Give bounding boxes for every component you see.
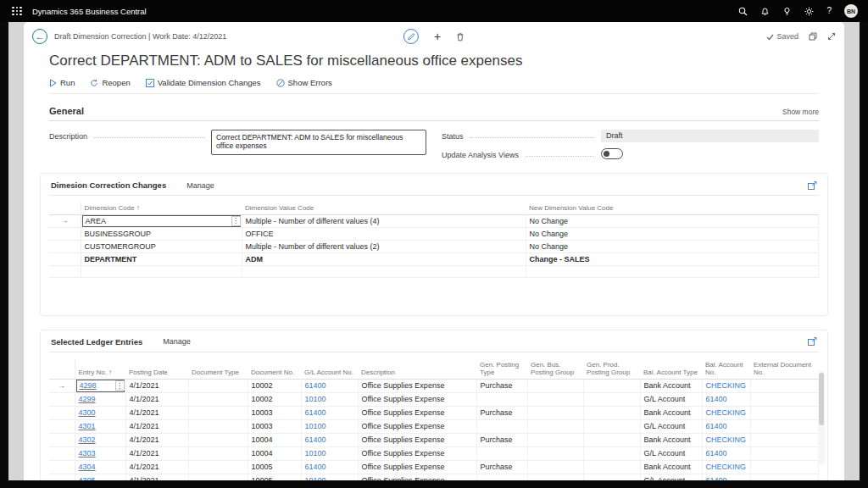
grid-cell[interactable]: DEPARTMENT [81, 252, 242, 265]
bal-account-no-link[interactable]: 61400 [706, 476, 727, 480]
grid-cell[interactable]: No Change [526, 240, 819, 252]
bal-account-no-link[interactable]: CHECKING [706, 408, 747, 417]
bal-account-type-cell[interactable]: Bank Account [644, 408, 691, 417]
grid-cell[interactable] [526, 265, 819, 277]
column-header[interactable]: Dimension Value Code [242, 202, 526, 214]
bal-account-no-link[interactable]: CHECKING [706, 463, 747, 471]
bal-account-type-cell[interactable]: G/L Account [644, 422, 686, 430]
description-cell[interactable]: Office Supplies Expense [362, 463, 445, 471]
grid-cell[interactable]: CHECKING [702, 379, 750, 392]
grid-cell[interactable] [527, 392, 583, 406]
entry-no-link[interactable]: 4298 [80, 380, 97, 392]
avatar[interactable]: BN [844, 4, 858, 18]
dimension-changes-manage-tab[interactable]: Manage [186, 181, 214, 190]
grid-cell[interactable] [476, 446, 527, 460]
grid-cell[interactable]: 61400 [301, 406, 358, 419]
grid-cell[interactable]: Bank Account [640, 406, 702, 419]
gl-account-no-link[interactable]: 10100 [305, 476, 326, 480]
general-section-title[interactable]: General [49, 106, 84, 116]
grid-cell[interactable]: ADM [242, 252, 526, 265]
breadcrumb[interactable]: Draft Dimension Correction | Work Date: … [54, 32, 226, 41]
grid-cell[interactable]: 4/1/2021 [125, 419, 188, 433]
gl-account-no-link[interactable]: 10100 [305, 395, 326, 403]
feedback-icon[interactable] [782, 7, 792, 16]
grid-cell[interactable]: 10005 [248, 474, 301, 480]
settings-icon[interactable] [804, 7, 814, 16]
grid-cell[interactable] [188, 446, 248, 460]
grid-cell[interactable]: Office Supplies Expense [358, 433, 476, 446]
search-icon[interactable] [738, 7, 748, 16]
grid-cell[interactable] [583, 419, 640, 433]
grid-cell[interactable] [188, 392, 248, 406]
grid-cell[interactable] [188, 474, 248, 480]
column-header[interactable]: Bal. Account Type [640, 359, 702, 380]
scrollbar-thumb[interactable] [819, 373, 824, 425]
posting-date-cell[interactable]: 4/1/2021 [130, 381, 159, 390]
column-header[interactable]: Entry No. ↑ [75, 359, 125, 380]
grid-cell[interactable]: 4304 [75, 460, 125, 474]
posting-date-cell[interactable]: 4/1/2021 [130, 422, 159, 430]
gl-account-no-link[interactable]: 61400 [305, 435, 326, 444]
grid-cell[interactable]: Office Supplies Expense [358, 419, 476, 433]
grid-cell[interactable] [527, 379, 583, 392]
grid-cell[interactable] [583, 379, 640, 392]
reopen-button[interactable]: Reopen [90, 78, 130, 87]
column-header[interactable]: Gen. Posting Type [476, 359, 527, 380]
grid-cell[interactable]: Bank Account [640, 460, 702, 474]
grid-cell[interactable]: CHECKING [702, 460, 750, 474]
show-errors-button[interactable]: Show Errors [276, 78, 332, 87]
grid-cell[interactable] [188, 379, 248, 392]
gen-posting-type-cell[interactable]: Purchase [481, 381, 513, 390]
gen-posting-type-cell[interactable]: Purchase [481, 435, 513, 444]
document-no-cell[interactable]: 10004 [252, 449, 273, 458]
grid-cell[interactable]: Office Supplies Expense [358, 460, 476, 474]
grid-cell[interactable] [527, 419, 583, 433]
posting-date-cell[interactable]: 4/1/2021 [130, 476, 159, 480]
grid-cell[interactable] [476, 474, 527, 480]
grid-cell[interactable] [750, 379, 819, 392]
grid-cell[interactable] [583, 433, 640, 446]
notifications-icon[interactable] [760, 7, 770, 16]
grid-cell[interactable]: Office Supplies Expense [358, 379, 476, 392]
grid-cell[interactable] [583, 460, 640, 474]
grid-cell[interactable]: Purchase [476, 460, 527, 474]
grid-cell[interactable]: CHECKING [702, 406, 750, 419]
bal-account-no-link[interactable]: 61400 [706, 449, 727, 458]
popout-icon[interactable] [808, 181, 817, 190]
description-cell[interactable]: Office Supplies Expense [362, 435, 445, 444]
entry-no-link[interactable]: 4304 [79, 463, 96, 471]
grid-cell[interactable] [750, 474, 819, 480]
grid-cell[interactable]: 4303 [75, 446, 125, 460]
grid-cell[interactable]: 4301 [75, 419, 125, 433]
grid-cell[interactable]: G/L Account [640, 446, 702, 460]
delete-icon[interactable] [456, 32, 465, 42]
document-no-cell[interactable]: 10005 [252, 476, 273, 480]
bal-account-no-link[interactable]: 61400 [706, 422, 727, 430]
posting-date-cell[interactable]: 4/1/2021 [130, 463, 159, 471]
document-no-cell[interactable]: 10003 [252, 408, 273, 417]
entry-no-link[interactable]: 4299 [79, 395, 96, 403]
grid-cell[interactable]: 10003 [248, 406, 301, 419]
description-cell[interactable]: Office Supplies Expense [362, 395, 445, 403]
grid-cell[interactable]: 10100 [301, 446, 358, 460]
bal-account-type-cell[interactable]: G/L Account [644, 476, 686, 480]
bal-account-type-cell[interactable]: Bank Account [644, 381, 691, 390]
grid-cell[interactable]: 10100 [301, 392, 358, 406]
grid-cell[interactable]: 4302 [75, 433, 125, 446]
grid-cell[interactable] [750, 419, 819, 433]
bal-account-type-cell[interactable]: G/L Account [644, 449, 686, 458]
grid-cell[interactable] [476, 392, 527, 406]
grid-cell[interactable]: BUSINESSGROUP [81, 227, 242, 240]
grid-cell[interactable] [583, 406, 640, 419]
grid-cell[interactable]: 61400 [301, 433, 358, 446]
column-header[interactable]: G/L Account No. [301, 359, 358, 380]
grid-cell[interactable]: 4/1/2021 [125, 460, 188, 474]
grid-cell[interactable]: 4/1/2021 [125, 433, 188, 446]
grid-cell[interactable] [583, 474, 640, 480]
grid-cell[interactable]: 61400 [702, 392, 750, 406]
grid-cell[interactable]: 4299 [75, 392, 125, 406]
back-button[interactable]: ← [32, 29, 47, 44]
grid-cell[interactable]: 4/1/2021 [125, 446, 188, 460]
gen-posting-type-cell[interactable]: Purchase [481, 463, 513, 471]
entry-no-link[interactable]: 4305 [79, 476, 96, 480]
